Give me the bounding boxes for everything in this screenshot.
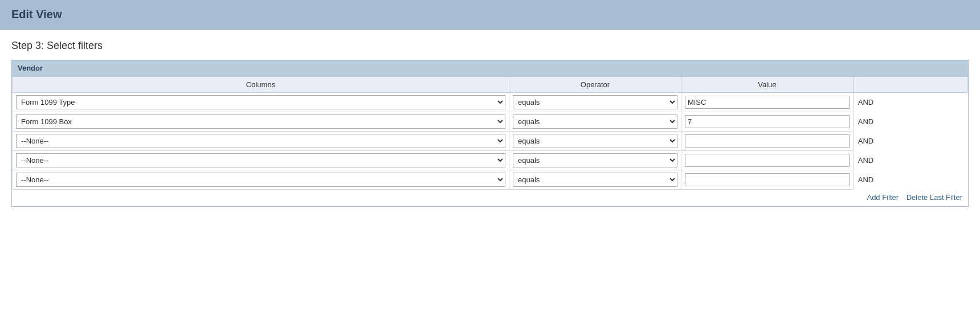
step-title: Step 3: Select filters [11,40,969,52]
and-label-4: AND [853,170,967,190]
column-select-3[interactable]: --None--Form 1099 TypeForm 1099 Box [16,153,505,167]
operator-select-1[interactable]: equalsnot equal toless thangreater than [513,114,677,129]
column-select-2[interactable]: --None--Form 1099 TypeForm 1099 Box [16,134,505,148]
delete-last-filter-link[interactable]: Delete Last Filter [906,193,962,202]
operator-select-3[interactable]: equalsnot equal toless thangreater than [513,153,677,167]
and-label-0: AND [853,93,967,112]
operator-header: Operator [509,77,681,93]
add-filter-link[interactable]: Add Filter [867,193,899,202]
and-label-1: AND [853,112,967,132]
value-input-2[interactable] [685,134,850,148]
page-content: Step 3: Select filters Vendor Columns Op… [0,30,980,217]
operator-select-4[interactable]: equalsnot equal toless thangreater than [513,173,677,187]
and-label-2: AND [853,132,967,151]
and-label-3: AND [853,151,967,170]
actions-row: Add Filter Delete Last Filter [12,190,968,206]
value-input-0[interactable] [685,96,850,109]
column-select-4[interactable]: --None--Form 1099 TypeForm 1099 Box [16,173,505,187]
operator-select-0[interactable]: equalsnot equal toless thangreater than [513,95,677,109]
value-input-1[interactable] [685,115,850,128]
page-title: Edit View [11,8,969,21]
filter-table: Columns Operator Value --None--Form 1099… [12,76,968,190]
page-wrapper: Edit View Step 3: Select filters Vendor … [0,0,980,217]
column-select-1[interactable]: --None--Form 1099 TypeForm 1099 Box [16,114,505,129]
operator-select-2[interactable]: equalsnot equal toless thangreater than [513,134,677,148]
column-select-0[interactable]: --None--Form 1099 TypeForm 1099 Box [16,95,505,109]
and-header [853,77,967,93]
section-header: Vendor [12,60,968,76]
value-header: Value [681,77,853,93]
columns-header: Columns [13,77,509,93]
value-input-4[interactable] [685,173,850,186]
section-container: Vendor Columns Operator Value --None--Fo… [11,60,969,207]
value-input-3[interactable] [685,154,850,167]
page-header: Edit View [0,0,980,30]
